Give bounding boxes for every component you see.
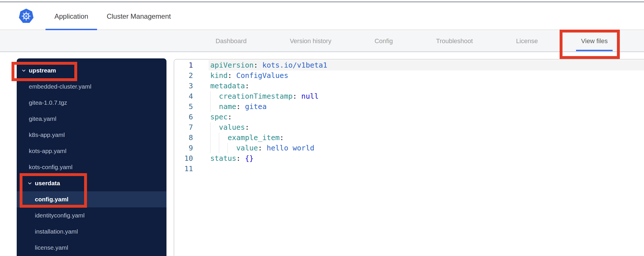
header-tab-application[interactable]: Application: [54, 2, 88, 30]
code-line: 5 name: gitea: [174, 102, 644, 112]
tree-file-k8s-app-yaml[interactable]: k8s-app.yaml: [17, 127, 166, 143]
indent-guide: [210, 143, 211, 153]
file-tree-sidebar: upstreamembedded-cluster.yamlgitea-1.0.7…: [17, 58, 166, 256]
tree-file-kots-app-yaml[interactable]: kots-app.yaml: [17, 143, 166, 159]
indent-guide: [210, 122, 211, 133]
token-key: value: [236, 144, 258, 152]
code-line-content: name: gitea: [209, 102, 644, 112]
token-punct: :: [228, 71, 236, 80]
line-number: 9: [174, 143, 193, 153]
code-line-content: metadata:: [209, 81, 644, 91]
indent-guide: [219, 143, 219, 153]
kubernetes-logo-icon: [18, 8, 34, 24]
token-key: values: [219, 123, 245, 131]
file-label: gitea-1.0.7.tgz: [29, 99, 67, 106]
token-key: status: [210, 154, 236, 163]
code-line-content: example_item:: [209, 133, 644, 143]
token-punct: [210, 123, 219, 131]
token-key: name: [219, 102, 236, 111]
tree-file-identityconfig-yaml[interactable]: identityconfig.yaml: [17, 207, 166, 223]
nav-tab-troubleshoot[interactable]: Troubleshoot: [436, 30, 473, 52]
nav-tab-dashboard[interactable]: Dashboard: [215, 30, 247, 52]
nav-tab-view-files[interactable]: View files: [581, 30, 608, 52]
folder-label: userdata: [35, 180, 60, 187]
token-key: metadata: [210, 82, 245, 90]
line-number: 2: [174, 70, 193, 81]
code-line-content: apiVersion: kots.io/v1beta1: [209, 60, 644, 70]
line-number: 5: [174, 102, 193, 112]
token-punct: [210, 102, 219, 111]
line-number: 7: [174, 122, 193, 133]
token-key: apiVersion: [210, 61, 254, 69]
file-label: installation.yaml: [35, 228, 78, 235]
code-line: 4 creationTimestamp: null: [174, 91, 644, 102]
code-line-content: status: {}: [209, 153, 644, 164]
code-line: 6spec:: [174, 112, 644, 122]
chevron-down-icon: [22, 68, 26, 73]
tree-file-config-yaml[interactable]: config.yaml: [17, 191, 166, 207]
token-punct: :: [245, 123, 249, 131]
line-number: 4: [174, 91, 193, 102]
app-header: ApplicationCluster Management: [0, 2, 644, 30]
code-line: 3metadata:: [174, 81, 644, 91]
tree-file-embedded-cluster-yaml[interactable]: embedded-cluster.yaml: [17, 79, 166, 95]
token-punct: :: [245, 82, 249, 90]
file-label: gitea.yaml: [29, 115, 56, 122]
file-label: license.yaml: [35, 244, 68, 251]
tree-file-gitea-yaml[interactable]: gitea.yaml: [17, 111, 166, 127]
token-punct: [210, 144, 236, 152]
code-line-content: [209, 164, 644, 174]
line-number: 6: [174, 112, 193, 122]
header-tab-cluster-management[interactable]: Cluster Management: [107, 2, 171, 30]
file-label: kots-app.yaml: [29, 148, 67, 154]
token-punct: [210, 92, 219, 100]
token-key: kind: [210, 71, 228, 80]
tree-file-license-yaml[interactable]: license.yaml: [17, 240, 166, 256]
file-label: embedded-cluster.yaml: [29, 83, 91, 90]
tree-folder-userdata[interactable]: userdata: [17, 175, 166, 191]
token-punct: :: [293, 92, 301, 100]
token-punct: :: [236, 154, 245, 163]
line-number: 10: [174, 153, 193, 164]
code-line: 2kind: ConfigValues: [174, 70, 644, 81]
token-str: ConfigValues: [236, 71, 288, 80]
indent-guide: [210, 133, 211, 143]
token-punct: :: [254, 61, 262, 69]
token-atom: null: [301, 92, 319, 100]
chevron-down-icon: [28, 181, 32, 186]
tree-folder-upstream[interactable]: upstream: [17, 62, 166, 79]
code-line-content: creationTimestamp: null: [209, 91, 644, 102]
code-line: 10status: {}: [174, 153, 644, 164]
secondary-nav: DashboardVersion historyConfigTroublesho…: [0, 31, 644, 52]
line-number: 11: [174, 164, 193, 174]
tree-file-kots-config-yaml[interactable]: kots-config.yaml: [17, 159, 166, 175]
folder-label: upstream: [29, 67, 56, 74]
tree-file-installation-yaml[interactable]: installation.yaml: [17, 223, 166, 240]
token-atom: {}: [245, 154, 253, 163]
indent-guide: [228, 143, 228, 153]
token-key: example_item: [228, 133, 280, 142]
file-label: config.yaml: [35, 196, 69, 203]
token-str: kots.io/v1beta1: [262, 61, 327, 69]
code-line: 7 values:: [174, 122, 644, 133]
code-line: 8 example_item:: [174, 133, 644, 143]
file-viewer-panel[interactable]: 1apiVersion: kots.io/v1beta12kind: Confi…: [174, 59, 644, 256]
nav-tab-license[interactable]: License: [516, 30, 538, 52]
file-label: identityconfig.yaml: [35, 212, 85, 219]
nav-tab-version-history[interactable]: Version history: [290, 30, 331, 52]
code-line-content: values:: [209, 122, 644, 133]
file-label: k8s-app.yaml: [29, 131, 65, 138]
line-number: 8: [174, 133, 193, 143]
code-line-content: value: hello world: [209, 143, 644, 153]
code-line-content: spec:: [209, 112, 644, 122]
token-punct: :: [228, 113, 232, 121]
code-line: 11: [174, 164, 644, 174]
tree-file-gitea-1-0-7-tgz[interactable]: gitea-1.0.7.tgz: [17, 95, 166, 111]
token-key: spec: [210, 113, 228, 121]
token-punct: :: [258, 144, 267, 152]
indent-guide: [219, 133, 219, 143]
file-label: kots-config.yaml: [29, 164, 73, 171]
indent-guide: [210, 91, 211, 102]
code-line: 9 value: hello world: [174, 143, 644, 153]
nav-tab-config[interactable]: Config: [374, 30, 393, 52]
